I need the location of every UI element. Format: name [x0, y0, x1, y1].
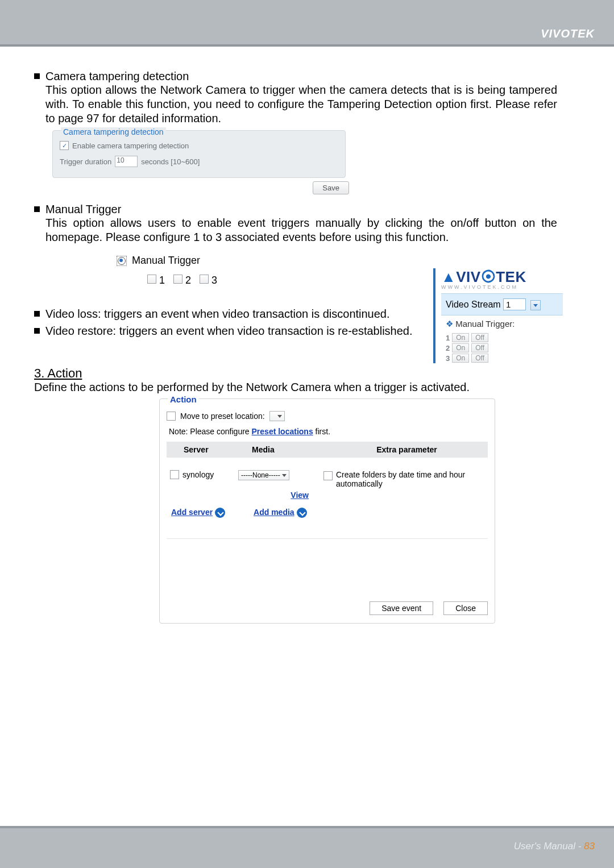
row-server-name: synology	[182, 470, 214, 479]
page-number: 83	[584, 841, 595, 852]
view-link[interactable]: View	[291, 491, 309, 500]
manual-description: This option allows users to enable event…	[45, 216, 557, 244]
enable-tampering-checkbox[interactable]: ✓	[60, 141, 69, 150]
manual-trigger-radio[interactable]	[117, 256, 127, 266]
video-stream-select[interactable]: 1	[503, 298, 526, 310]
vivotek-logo-sub: WWW.VIVOTEK.COM	[441, 284, 563, 290]
action-description: Define the actions to be performed by th…	[34, 381, 557, 394]
bullet-icon	[34, 328, 40, 334]
footer-label: User's Manual -	[514, 841, 584, 852]
trigger-duration-hint: seconds [10~600]	[141, 157, 200, 166]
action-panel-title: Action	[168, 394, 199, 404]
chevron-down-icon[interactable]	[530, 300, 541, 310]
tampering-panel: Camera tampering detection ✓ Enable came…	[52, 130, 346, 178]
th-extra: Extra parameter	[326, 442, 488, 458]
manual-check-1[interactable]	[147, 275, 156, 284]
mt-row-1: 1 On Off	[441, 333, 563, 343]
add-media-icon[interactable]	[297, 508, 307, 518]
action-panel: Action Move to preset location: Note: Pl…	[159, 398, 495, 624]
sparkle-icon: ❖	[446, 319, 453, 329]
tampering-description: This option allows the Network Camera to…	[45, 83, 557, 126]
note-prefix: Note: Please configure	[169, 427, 252, 436]
section-title-manual: Manual Trigger	[45, 202, 121, 216]
row-server-checkbox[interactable]	[170, 470, 179, 479]
trigger-duration-label: Trigger duration	[60, 157, 111, 166]
manual-trigger-section-label: ❖ Manual Trigger:	[441, 315, 563, 333]
video-restore-text: Video restore: triggers an event when vi…	[45, 324, 413, 338]
mt2-on-button[interactable]: On	[452, 343, 469, 352]
action-table-header: Server Media Extra parameter	[167, 442, 488, 458]
manual-check-3[interactable]	[200, 275, 209, 284]
preset-note: Note: Please configure Preset locations …	[169, 427, 488, 436]
mt1-on-button[interactable]: On	[452, 333, 469, 342]
move-preset-select[interactable]	[269, 411, 285, 421]
mt3-on-button[interactable]: On	[452, 354, 469, 363]
row-media-value: -----None-----	[241, 471, 280, 479]
th-media: Media	[252, 442, 326, 458]
manual-check-2[interactable]	[173, 275, 182, 284]
mt2-off-button[interactable]: Off	[471, 343, 488, 352]
note-suffix: first.	[313, 427, 330, 436]
mt1-off-button[interactable]: Off	[471, 333, 488, 342]
row-extra-label: Create folders by date time and hour aut…	[336, 470, 467, 488]
mt-label: Manual Trigger:	[455, 319, 515, 329]
add-media-link[interactable]: Add media	[254, 508, 294, 517]
bullet-icon	[34, 206, 40, 212]
action-heading: 3. Action	[34, 366, 557, 381]
trigger-duration-input[interactable]: 10	[115, 156, 138, 167]
preset-locations-link[interactable]: Preset locations	[252, 427, 313, 436]
manual-check-3-label: 3	[211, 275, 217, 286]
row-extra-checkbox[interactable]	[323, 471, 333, 480]
manual-check-1-label: 1	[159, 275, 165, 286]
section-title-tampering: Camera tampering detection	[45, 69, 189, 83]
th-server: Server	[167, 442, 252, 458]
mt-row-num: 3	[446, 354, 450, 363]
add-server-icon[interactable]	[215, 508, 225, 518]
video-stream-label: Video Stream	[446, 300, 501, 309]
footer-text: User's Manual - 83	[514, 841, 595, 852]
video-loss-text: Video loss: triggers an event when video…	[45, 307, 390, 321]
mt-row-2: 2 On Off	[441, 343, 563, 353]
add-server-link[interactable]: Add server	[171, 508, 213, 517]
mt-row-3: 3 On Off	[441, 353, 563, 363]
close-button[interactable]: Close	[443, 601, 488, 615]
bullet-icon	[34, 311, 40, 317]
brand-label: VIVOTEK	[541, 27, 595, 40]
move-preset-label: Move to preset location:	[180, 412, 265, 421]
row-media-select[interactable]: -----None-----	[238, 470, 289, 480]
video-stream-row: Video Stream 1	[441, 293, 563, 315]
mt3-off-button[interactable]: Off	[471, 354, 488, 363]
save-event-button[interactable]: Save event	[370, 601, 433, 615]
enable-tampering-label: Enable camera tampering detection	[72, 142, 189, 150]
chevron-down-icon	[282, 474, 287, 477]
mt-row-num: 1	[446, 334, 450, 342]
table-row: synology -----None----- Create folders b…	[167, 470, 488, 488]
bullet-icon	[34, 73, 40, 79]
save-button[interactable]: Save	[313, 181, 349, 194]
move-preset-checkbox[interactable]	[167, 412, 176, 421]
homepage-widget: ▲VIV⦿TEK WWW.VIVOTEK.COM Video Stream 1 …	[433, 268, 563, 363]
chevron-down-icon	[277, 415, 282, 418]
tampering-panel-title: Camera tampering detection	[61, 127, 166, 136]
mt-row-num: 2	[446, 344, 450, 352]
header-band: VIVOTEK	[0, 0, 614, 47]
action-table-body: synology -----None----- Create folders b…	[167, 458, 488, 539]
manual-trigger-radio-label: Manual Trigger	[132, 255, 200, 266]
video-stream-value: 1	[506, 300, 511, 309]
vivotek-logo: ▲VIV⦿TEK	[441, 268, 563, 286]
manual-check-2-label: 2	[185, 275, 191, 286]
